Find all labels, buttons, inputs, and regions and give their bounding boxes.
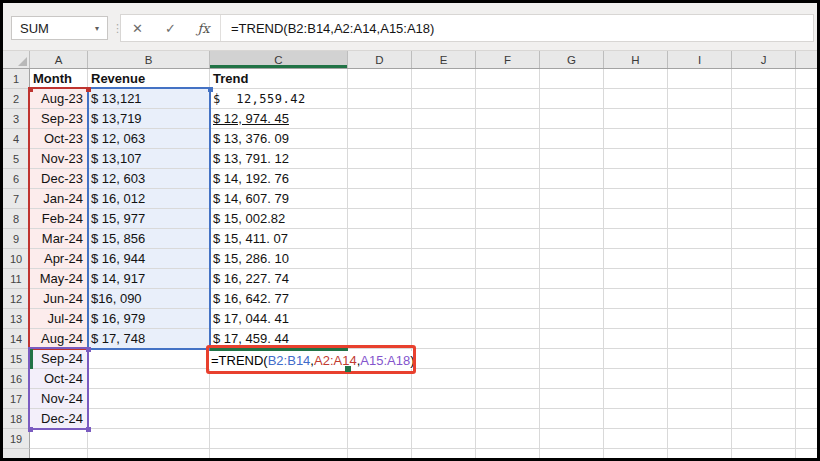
cell-b5[interactable]: $ 13,107 <box>88 149 210 169</box>
column-header-g[interactable]: G <box>540 51 604 68</box>
row-header-19[interactable]: 19 <box>3 429 30 449</box>
cell-c10[interactable]: $ 15, 286. 10 <box>210 249 348 269</box>
cell-b9[interactable]: $ 15, 856 <box>88 229 210 249</box>
cell-c4[interactable]: $ 13, 376. 09 <box>210 129 348 149</box>
cell-c20[interactable] <box>210 449 348 458</box>
cell-c19[interactable] <box>210 429 348 449</box>
cell-b19[interactable] <box>88 429 210 449</box>
row-header-2[interactable]: 2 <box>3 89 30 109</box>
cell-b16[interactable] <box>88 369 210 389</box>
enter-icon[interactable]: ✓ <box>154 15 187 41</box>
cell-a6[interactable]: Dec-23 <box>30 169 88 189</box>
column-header-a[interactable]: A <box>30 51 88 68</box>
cell-a19[interactable] <box>30 429 88 449</box>
row-header-1[interactable]: 1 <box>3 69 30 89</box>
column-header-f[interactable]: F <box>476 51 540 68</box>
cell-b4[interactable]: $ 12, 063 <box>88 129 210 149</box>
cell-a11[interactable]: May-24 <box>30 269 88 289</box>
empty-cells-row-2[interactable] <box>348 89 817 109</box>
column-header-e[interactable]: E <box>412 51 476 68</box>
cell-c14[interactable]: $ 17, 459. 44 <box>210 329 348 349</box>
cell-a15[interactable]: Sep-24 <box>30 349 88 369</box>
cell-b6[interactable]: $ 12, 603 <box>88 169 210 189</box>
cell-a20[interactable] <box>30 449 88 458</box>
cell-c13[interactable]: $ 17, 044. 41 <box>210 309 348 329</box>
cell-c1[interactable]: Trend <box>210 69 348 89</box>
row-header-17[interactable]: 17 <box>3 389 30 409</box>
column-header-d[interactable]: D <box>348 51 412 68</box>
cell-a4[interactable]: Oct-23 <box>30 129 88 149</box>
empty-cells-row-16[interactable] <box>348 369 817 389</box>
empty-cells-row-18[interactable] <box>348 409 817 429</box>
cell-b20[interactable] <box>88 449 210 458</box>
cell-a7[interactable]: Jan-24 <box>30 189 88 209</box>
column-header-b[interactable]: B <box>88 51 210 68</box>
row-header-13[interactable]: 13 <box>3 309 30 329</box>
cell-a18[interactable]: Dec-24 <box>30 409 88 429</box>
empty-cells-row-14[interactable] <box>348 329 817 349</box>
name-box-value[interactable]: SUM <box>12 21 87 36</box>
cell-c18[interactable] <box>210 409 348 429</box>
cell-c3[interactable]: $ 12, 974. 45 <box>210 109 348 129</box>
cell-b7[interactable]: $ 16, 012 <box>88 189 210 209</box>
column-header-partial[interactable] <box>796 51 817 68</box>
cell-c16[interactable] <box>210 369 348 389</box>
empty-cells-row-8[interactable] <box>348 209 817 229</box>
cell-b1[interactable]: Revenue <box>88 69 210 89</box>
cell-c9[interactable]: $ 15, 411. 07 <box>210 229 348 249</box>
empty-cells-row-1[interactable] <box>348 69 817 89</box>
row-header-12[interactable]: 12 <box>3 289 30 309</box>
empty-cells-row-4[interactable] <box>348 129 817 149</box>
cell-b12[interactable]: $16, 090 <box>88 289 210 309</box>
cell-a13[interactable]: Jul-24 <box>30 309 88 329</box>
empty-cells-row-9[interactable] <box>348 229 817 249</box>
empty-cells-row-10[interactable] <box>348 249 817 269</box>
empty-cells-row-12[interactable] <box>348 289 817 309</box>
empty-cells-row-13[interactable] <box>348 309 817 329</box>
cell-c12[interactable]: $ 16, 642. 77 <box>210 289 348 309</box>
empty-cells-row-5[interactable] <box>348 149 817 169</box>
row-header-3[interactable]: 3 <box>3 109 30 129</box>
cell-b15[interactable] <box>88 349 210 369</box>
empty-cells-row-3[interactable] <box>348 109 817 129</box>
cell-b14[interactable]: $ 17, 748 <box>88 329 210 349</box>
empty-cells-row-19[interactable] <box>348 429 817 449</box>
empty-cells-row-11[interactable] <box>348 269 817 289</box>
cell-a2[interactable]: Aug-23 <box>30 89 88 109</box>
row-header-5[interactable]: 5 <box>3 149 30 169</box>
row-header-14[interactable]: 14 <box>3 329 30 349</box>
row-header-8[interactable]: 8 <box>3 209 30 229</box>
row-header-16[interactable]: 16 <box>3 369 30 389</box>
cell-c11[interactable]: $ 16, 227. 74 <box>210 269 348 289</box>
cell-a17[interactable]: Nov-24 <box>30 389 88 409</box>
cell-b3[interactable]: $ 13,719 <box>88 109 210 129</box>
cell-c8[interactable]: $ 15, 002.82 <box>210 209 348 229</box>
row-header-10[interactable]: 10 <box>3 249 30 269</box>
cell-c6[interactable]: $ 14, 192. 76 <box>210 169 348 189</box>
row-header-7[interactable]: 7 <box>3 189 30 209</box>
cell-c7[interactable]: $ 14, 607. 79 <box>210 189 348 209</box>
empty-cells-row-20[interactable] <box>348 449 817 458</box>
insert-function-icon[interactable]: ƒx <box>187 15 220 41</box>
cell-c17[interactable] <box>210 389 348 409</box>
row-header-18[interactable]: 18 <box>3 409 30 429</box>
empty-cells-row-7[interactable] <box>348 189 817 209</box>
empty-cells-row-6[interactable] <box>348 169 817 189</box>
row-header-11[interactable]: 11 <box>3 269 30 289</box>
cell-a5[interactable]: Nov-23 <box>30 149 88 169</box>
cell-c5[interactable]: $ 13, 791. 12 <box>210 149 348 169</box>
cell-a8[interactable]: Feb-24 <box>30 209 88 229</box>
cell-a14[interactable]: Aug-24 <box>30 329 88 349</box>
empty-cells-row-17[interactable] <box>348 389 817 409</box>
cell-c2[interactable]: $ 12,559.42 <box>210 89 348 109</box>
row-header-4[interactable]: 4 <box>3 129 30 149</box>
cell-c15-formula-editor[interactable]: =TREND(B2:B14,A2:A14,A15:A18) <box>209 351 415 369</box>
cell-a16[interactable]: Oct-24 <box>30 369 88 389</box>
row-header-9[interactable]: 9 <box>3 229 30 249</box>
name-box-dropdown-icon[interactable]: ▾ <box>87 24 107 33</box>
cell-a1[interactable]: Month <box>30 69 88 89</box>
fill-handle[interactable] <box>345 366 351 372</box>
column-header-c[interactable]: C <box>210 51 348 68</box>
cell-a3[interactable]: Sep-23 <box>30 109 88 129</box>
cell-b2[interactable]: $ 13,121 <box>88 89 210 109</box>
